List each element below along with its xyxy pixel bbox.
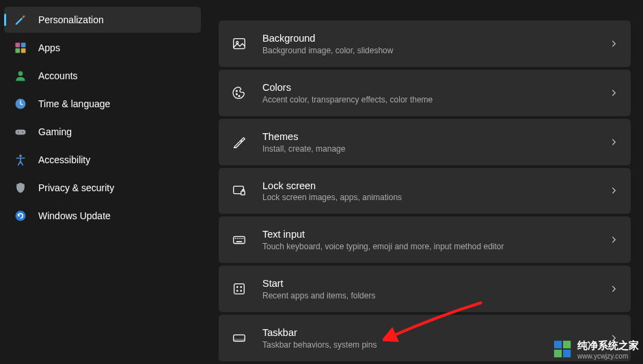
- palette-icon: [231, 85, 247, 101]
- svg-point-21: [241, 287, 241, 288]
- sidebar-item-label: Time & language: [38, 98, 110, 109]
- svg-rect-2: [16, 48, 20, 53]
- svg-rect-6: [16, 130, 26, 135]
- setting-row-lock-screen[interactable]: Lock screen Lock screen images, apps, an…: [219, 168, 631, 214]
- main-content: Background Background image, color, slid…: [205, 0, 643, 364]
- chevron-right-icon: [609, 284, 618, 294]
- row-title: Taskbar: [262, 326, 609, 339]
- row-subtitle: Lock screen images, apps, animations: [262, 193, 609, 202]
- row-text: Start Recent apps and items, folders: [262, 277, 609, 300]
- row-subtitle: Recent apps and items, folders: [262, 291, 609, 300]
- update-icon: [14, 209, 27, 223]
- setting-row-start[interactable]: Start Recent apps and items, folders: [219, 266, 631, 312]
- accessibility-icon: [14, 153, 27, 167]
- setting-row-text-input[interactable]: Text input Touch keyboard, voice typing,…: [219, 216, 631, 263]
- sidebar-item-accessibility[interactable]: Accessibility: [4, 147, 201, 173]
- sidebar-item-personalization[interactable]: Personalization: [4, 7, 201, 33]
- sidebar-item-label: Windows Update: [38, 210, 111, 221]
- watermark-url: www.ycwjzy.com: [577, 352, 639, 360]
- sidebar-item-time-language[interactable]: Time & language: [4, 91, 201, 117]
- taskbar-icon: [231, 330, 247, 346]
- chevron-right-icon: [609, 137, 618, 147]
- svg-rect-26: [554, 341, 562, 348]
- watermark-logo-icon: [553, 339, 573, 360]
- row-text: Background Background image, color, slid…: [262, 32, 609, 55]
- row-title: Background: [262, 32, 609, 45]
- svg-rect-3: [21, 48, 26, 53]
- row-title: Text input: [262, 228, 609, 241]
- svg-rect-29: [563, 350, 571, 357]
- globe-clock-icon: [14, 97, 27, 111]
- sidebar-item-accounts[interactable]: Accounts: [4, 63, 201, 89]
- setting-row-themes[interactable]: Themes Install, create, manage: [219, 119, 631, 165]
- sidebar-item-gaming[interactable]: Gaming: [4, 119, 201, 145]
- sidebar: Personalization Apps Accounts Time & lan…: [0, 0, 205, 364]
- row-subtitle: Background image, color, slideshow: [262, 46, 609, 55]
- svg-rect-19: [234, 284, 245, 294]
- sidebar-item-label: Privacy & security: [38, 182, 114, 193]
- chevron-right-icon: [609, 235, 618, 244]
- svg-point-20: [237, 287, 238, 288]
- row-subtitle: Touch keyboard, voice typing, emoji and …: [262, 242, 609, 251]
- svg-rect-17: [241, 191, 245, 195]
- svg-point-4: [18, 71, 23, 76]
- brush-icon: [231, 134, 247, 150]
- sidebar-item-apps[interactable]: Apps: [4, 35, 201, 61]
- svg-point-22: [237, 290, 238, 291]
- row-title: Colors: [262, 81, 609, 94]
- row-title: Themes: [262, 130, 609, 143]
- gamepad-icon: [14, 125, 27, 139]
- chevron-right-icon: [609, 88, 618, 98]
- lock-screen-icon: [231, 182, 247, 199]
- svg-rect-25: [234, 339, 245, 341]
- svg-point-9: [19, 154, 22, 157]
- chevron-right-icon: [609, 39, 618, 48]
- row-text: Text input Touch keyboard, voice typing,…: [262, 228, 609, 251]
- svg-point-8: [22, 131, 23, 132]
- svg-point-14: [236, 94, 237, 95]
- svg-point-7: [18, 131, 19, 132]
- sidebar-item-label: Personalization: [38, 14, 104, 25]
- sidebar-item-label: Apps: [38, 42, 60, 53]
- row-title: Start: [262, 277, 609, 290]
- row-text: Colors Accent color, transparency effect…: [262, 81, 609, 104]
- watermark-text: 纯净系统之家: [577, 339, 639, 352]
- start-grid-icon: [231, 281, 247, 297]
- paintbrush-icon: [14, 13, 27, 27]
- row-subtitle: Install, create, manage: [262, 144, 609, 154]
- setting-row-background[interactable]: Background Background image, color, slid…: [219, 20, 631, 67]
- image-icon: [231, 36, 247, 52]
- svg-rect-27: [563, 341, 571, 348]
- sidebar-item-label: Accessibility: [38, 154, 90, 165]
- svg-rect-11: [234, 39, 245, 49]
- shield-icon: [14, 181, 27, 195]
- sidebar-item-label: Gaming: [38, 126, 72, 137]
- row-text: Lock screen Lock screen images, apps, an…: [262, 180, 609, 203]
- svg-point-15: [238, 95, 240, 96]
- sidebar-item-windows-update[interactable]: Windows Update: [4, 203, 201, 229]
- watermark: 纯净系统之家 www.ycwjzy.com: [553, 339, 639, 360]
- keyboard-icon: [231, 232, 247, 248]
- row-title: Lock screen: [262, 180, 609, 193]
- row-text: Themes Install, create, manage: [262, 130, 609, 154]
- svg-point-10: [16, 211, 26, 221]
- setting-row-colors[interactable]: Colors Accent color, transparency effect…: [219, 70, 631, 116]
- svg-rect-28: [554, 350, 562, 357]
- row-subtitle: Accent color, transparency effects, colo…: [262, 95, 609, 104]
- chevron-right-icon: [609, 186, 618, 195]
- svg-point-23: [241, 290, 241, 291]
- svg-rect-1: [21, 43, 26, 48]
- person-icon: [14, 69, 27, 83]
- apps-icon: [14, 41, 27, 55]
- svg-rect-18: [234, 237, 245, 244]
- svg-point-13: [236, 90, 237, 92]
- sidebar-item-privacy[interactable]: Privacy & security: [4, 175, 201, 201]
- sidebar-item-label: Accounts: [38, 70, 78, 81]
- svg-rect-0: [16, 43, 20, 48]
